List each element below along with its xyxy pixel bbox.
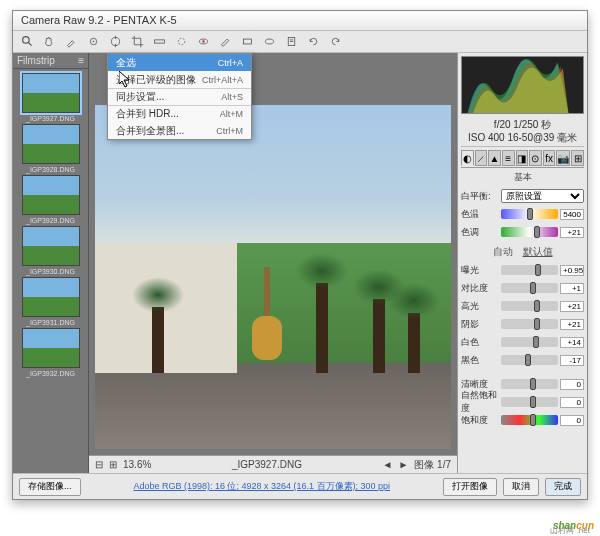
thumb-item[interactable]: _IGP3930.DNG bbox=[20, 226, 82, 275]
filmstrip-scroll[interactable]: _IGP3927.DNG _IGP3928.DNG _IGP3929.DNG _… bbox=[13, 69, 88, 473]
contrast-label: 对比度 bbox=[461, 282, 501, 295]
highlights-value[interactable]: +21 bbox=[560, 301, 584, 312]
vibrance-value[interactable]: 0 bbox=[560, 397, 584, 408]
tint-label: 色调 bbox=[461, 226, 501, 239]
zoom-in-icon[interactable]: ⊞ bbox=[109, 459, 117, 470]
temp-label: 色温 bbox=[461, 208, 501, 221]
eyedropper-icon[interactable] bbox=[61, 33, 81, 51]
context-menu: 全选Ctrl+A 选择已评级的图像Ctrl+Alt+A 同步设置...Alt+S… bbox=[107, 53, 252, 140]
filmstrip-header[interactable]: Filmstrip ≡ bbox=[13, 53, 88, 69]
exposure-label: 曝光 bbox=[461, 264, 501, 277]
exif-info: f/20 1/250 秒 ISO 400 16-50@39 毫米 bbox=[461, 116, 584, 147]
blacks-slider[interactable] bbox=[501, 355, 558, 365]
exposure-slider[interactable] bbox=[501, 265, 558, 275]
svg-point-12 bbox=[265, 39, 273, 44]
exposure-value[interactable]: +0.95 bbox=[560, 265, 584, 276]
histogram[interactable] bbox=[461, 56, 584, 114]
saturation-label: 饱和度 bbox=[461, 414, 501, 427]
svg-line-1 bbox=[28, 42, 31, 45]
redeye-icon[interactable] bbox=[193, 33, 213, 51]
tab-fx[interactable]: fx bbox=[543, 150, 556, 166]
clarity-slider[interactable] bbox=[501, 379, 558, 389]
saturation-value[interactable]: 0 bbox=[560, 415, 584, 426]
cursor-icon bbox=[119, 71, 133, 89]
contrast-slider[interactable] bbox=[501, 283, 558, 293]
rotate-cw-icon[interactable] bbox=[325, 33, 345, 51]
contrast-value[interactable]: +1 bbox=[560, 283, 584, 294]
current-filename: _IGP3927.DNG bbox=[157, 459, 376, 470]
thumb-item[interactable]: _IGP3931.DNG bbox=[20, 277, 82, 326]
cancel-button[interactable]: 取消 bbox=[503, 478, 539, 496]
save-button[interactable]: 存储图像... bbox=[19, 478, 81, 496]
thumb-item[interactable]: _IGP3932.DNG bbox=[20, 328, 82, 377]
thumb-item[interactable]: _IGP3929.DNG bbox=[20, 175, 82, 224]
panel-title: 基本 bbox=[461, 168, 584, 187]
bottom-bar: 存储图像... Adobe RGB (1998): 16 位; 4928 x 3… bbox=[13, 473, 587, 499]
thumb-item[interactable]: _IGP3927.DNG bbox=[20, 73, 82, 122]
brush-icon[interactable] bbox=[215, 33, 235, 51]
shadows-slider[interactable] bbox=[501, 319, 558, 329]
gradient-icon[interactable] bbox=[237, 33, 257, 51]
menu-select-all[interactable]: 全选Ctrl+A bbox=[108, 54, 251, 71]
thumb-item[interactable]: _IGP3928.DNG bbox=[20, 124, 82, 173]
highlights-slider[interactable] bbox=[501, 301, 558, 311]
tab-camera[interactable]: 📷 bbox=[556, 150, 570, 166]
tab-presets[interactable]: ⊞ bbox=[571, 150, 584, 166]
prev-image-icon[interactable]: ◄ bbox=[383, 459, 393, 470]
sampler-icon[interactable] bbox=[83, 33, 103, 51]
menu-merge-hdr[interactable]: 合并到 HDR...Alt+M bbox=[108, 105, 251, 122]
filmstrip-label: Filmstrip bbox=[17, 55, 55, 66]
adjustments-panel: f/20 1/250 秒 ISO 400 16-50@39 毫米 ◐ ⟋ ▲ ≡… bbox=[457, 53, 587, 473]
filmstrip-menu-icon[interactable]: ≡ bbox=[78, 55, 84, 66]
settings-icon[interactable] bbox=[281, 33, 301, 51]
shadows-label: 阴影 bbox=[461, 318, 501, 331]
tab-split[interactable]: ◨ bbox=[516, 150, 529, 166]
auto-link[interactable]: 自动 bbox=[493, 245, 513, 259]
whites-value[interactable]: +14 bbox=[560, 337, 584, 348]
saturation-slider[interactable] bbox=[501, 415, 558, 425]
zoom-level[interactable]: 13.6% bbox=[123, 459, 151, 470]
tab-detail[interactable]: ▲ bbox=[488, 150, 501, 166]
straighten-icon[interactable] bbox=[149, 33, 169, 51]
temp-value[interactable]: 5400 bbox=[560, 209, 584, 220]
svg-point-0 bbox=[22, 37, 29, 44]
tab-lens[interactable]: ⊙ bbox=[529, 150, 542, 166]
canvas-statusbar: ⊟ ⊞ 13.6% _IGP3927.DNG ◄ ► 图像 1/7 bbox=[89, 455, 457, 473]
clarity-value[interactable]: 0 bbox=[560, 379, 584, 390]
menu-merge-pano[interactable]: 合并到全景图...Ctrl+M bbox=[108, 122, 251, 139]
title-bar: Camera Raw 9.2 - PENTAX K-5 bbox=[13, 11, 587, 31]
highlights-label: 高光 bbox=[461, 300, 501, 313]
tab-hsl[interactable]: ≡ bbox=[502, 150, 515, 166]
tab-curve[interactable]: ⟋ bbox=[475, 150, 488, 166]
temp-slider[interactable] bbox=[501, 209, 558, 219]
shadows-value[interactable]: +21 bbox=[560, 319, 584, 330]
blacks-value[interactable]: -17 bbox=[560, 355, 584, 366]
tint-slider[interactable] bbox=[501, 227, 558, 237]
file-info-link[interactable]: Adobe RGB (1998): 16 位; 4928 x 3264 (16.… bbox=[87, 480, 437, 493]
next-image-icon[interactable]: ► bbox=[398, 459, 408, 470]
done-button[interactable]: 完成 bbox=[545, 478, 581, 496]
filmstrip: Filmstrip ≡ _IGP3927.DNG _IGP3928.DNG _I… bbox=[13, 53, 89, 473]
whites-slider[interactable] bbox=[501, 337, 558, 347]
target-icon[interactable] bbox=[105, 33, 125, 51]
menu-sync[interactable]: 同步设置...Alt+S bbox=[108, 88, 251, 105]
zoom-out-icon[interactable]: ⊟ bbox=[95, 459, 103, 470]
wb-select[interactable]: 原照设置 bbox=[501, 189, 584, 203]
radial-icon[interactable] bbox=[259, 33, 279, 51]
tint-value[interactable]: +21 bbox=[560, 227, 584, 238]
sub-tabs: 自动默认值 bbox=[461, 245, 584, 259]
spot-icon[interactable] bbox=[171, 33, 191, 51]
blacks-label: 黑色 bbox=[461, 354, 501, 367]
tab-basic[interactable]: ◐ bbox=[461, 150, 474, 166]
whites-label: 白色 bbox=[461, 336, 501, 349]
crop-icon[interactable] bbox=[127, 33, 147, 51]
vibrance-slider[interactable] bbox=[501, 397, 558, 407]
hand-tool-icon[interactable] bbox=[39, 33, 59, 51]
watermark-sub: 山村网 .net bbox=[550, 525, 590, 536]
open-button[interactable]: 打开图像 bbox=[443, 478, 497, 496]
default-link[interactable]: 默认值 bbox=[523, 245, 553, 259]
rotate-ccw-icon[interactable] bbox=[303, 33, 323, 51]
zoom-tool-icon[interactable] bbox=[17, 33, 37, 51]
svg-point-3 bbox=[92, 41, 94, 43]
image-counter: 图像 1/7 bbox=[414, 458, 451, 472]
